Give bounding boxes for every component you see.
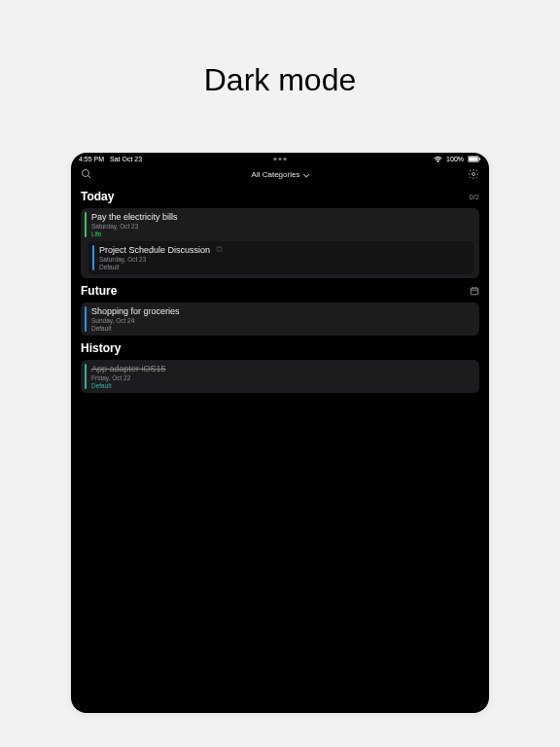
status-date: Sat Oct 23 bbox=[110, 156, 142, 162]
svg-rect-2 bbox=[479, 158, 480, 160]
task-date: Sunday, Oct 24 bbox=[91, 317, 473, 324]
task-accent-bar bbox=[85, 306, 87, 332]
status-bar: 4:55 PM Sat Oct 23 100% bbox=[71, 153, 489, 164]
future-calendar-button[interactable] bbox=[470, 286, 479, 296]
task-accent-bar bbox=[85, 364, 87, 389]
task-title: Shopping for groceries bbox=[91, 306, 473, 316]
svg-rect-6 bbox=[217, 247, 222, 251]
section-future: Future Shopping for groceries Sunday, Oc… bbox=[71, 284, 489, 336]
task-title: Pay the electricity bills bbox=[91, 212, 473, 222]
svg-line-4 bbox=[88, 176, 91, 179]
battery-icon bbox=[468, 156, 481, 162]
settings-button[interactable] bbox=[468, 168, 479, 180]
section-title-future: Future bbox=[81, 284, 117, 298]
task-category: Default bbox=[99, 264, 468, 270]
task-row[interactable]: Pay the electricity bills Saturday, Oct … bbox=[85, 212, 473, 237]
task-accent-bar bbox=[85, 212, 87, 237]
svg-rect-9 bbox=[471, 288, 478, 295]
task-category: Life bbox=[91, 231, 473, 237]
section-history: History App adapter iOS15 Friday, Oct 22… bbox=[71, 341, 489, 393]
task-accent-bar bbox=[92, 245, 94, 270]
hero-title: Dark mode bbox=[204, 62, 357, 98]
device-frame: 4:55 PM Sat Oct 23 100% All Categories bbox=[71, 153, 489, 713]
today-counter: 0/2 bbox=[470, 193, 479, 201]
task-row[interactable]: Project Schedule Discussion Saturday, Oc… bbox=[92, 245, 468, 270]
wifi-icon bbox=[434, 156, 442, 162]
search-button[interactable] bbox=[81, 168, 92, 180]
section-title-today: Today bbox=[81, 190, 114, 203]
note-icon bbox=[216, 245, 223, 255]
today-card: Pay the electricity bills Saturday, Oct … bbox=[81, 208, 479, 278]
chevron-down-icon bbox=[302, 171, 308, 177]
task-date: Saturday, Oct 23 bbox=[99, 256, 468, 263]
task-category: Default bbox=[91, 382, 473, 389]
svg-point-5 bbox=[472, 173, 475, 176]
task-title: App adapter iOS15 bbox=[91, 364, 473, 374]
task-row[interactable]: App adapter iOS15 Friday, Oct 22 Default bbox=[85, 364, 473, 389]
task-category: Default bbox=[91, 325, 473, 332]
svg-point-3 bbox=[83, 170, 89, 177]
section-today: Today 0/2 Pay the electricity bills Satu… bbox=[71, 190, 489, 278]
status-right: 100% bbox=[434, 156, 481, 162]
future-card: Shopping for groceries Sunday, Oct 24 De… bbox=[81, 302, 479, 336]
category-filter-label: All Categories bbox=[252, 170, 300, 179]
topbar: All Categories bbox=[71, 164, 489, 184]
status-time: 4:55 PM bbox=[79, 156, 104, 162]
subtask-card: Project Schedule Discussion Saturday, Oc… bbox=[88, 241, 473, 274]
category-filter[interactable]: All Categories bbox=[252, 170, 309, 179]
status-left: 4:55 PM Sat Oct 23 bbox=[79, 156, 142, 162]
section-title-history: History bbox=[81, 341, 121, 355]
svg-rect-1 bbox=[469, 157, 478, 160]
task-row[interactable]: Shopping for groceries Sunday, Oct 24 De… bbox=[85, 306, 473, 332]
history-card: App adapter iOS15 Friday, Oct 22 Default bbox=[81, 360, 479, 393]
task-date: Saturday, Oct 23 bbox=[91, 223, 473, 230]
multitask-dots[interactable] bbox=[274, 158, 287, 160]
task-title: Project Schedule Discussion bbox=[99, 245, 468, 255]
battery-percent: 100% bbox=[446, 156, 464, 162]
task-date: Friday, Oct 22 bbox=[91, 374, 473, 381]
